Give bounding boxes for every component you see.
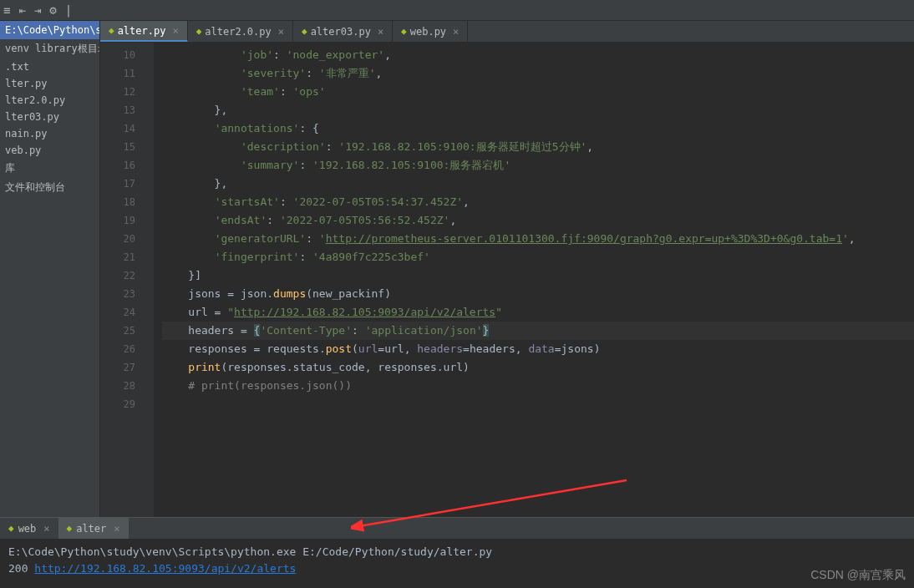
- run-output[interactable]: E:\Code\Python\study\venv\Scripts\python…: [0, 539, 914, 582]
- code-editor[interactable]: 1011121314151617181920212223242526272829…: [100, 43, 914, 517]
- main-toolbar: ≡ ⇤ ⇥ ⚙ |: [0, 0, 914, 21]
- python-icon: ◆: [401, 26, 407, 37]
- close-icon[interactable]: ×: [278, 26, 284, 38]
- sidebar-item-5[interactable]: nain.py: [0, 125, 99, 142]
- indent-icon[interactable]: ⇥: [34, 3, 41, 17]
- output-command: E:\Code\Python\study\venv\Scripts\python…: [8, 544, 906, 560]
- python-icon: ◆: [302, 26, 307, 37]
- code-line-20[interactable]: 'generatorURL': 'http://prometheus-serve…: [162, 230, 914, 248]
- output-url[interactable]: http://192.168.82.105:9093/api/v2/alerts: [34, 562, 296, 575]
- code-line-13[interactable]: },: [162, 101, 914, 119]
- gear-icon[interactable]: ⚙: [49, 3, 56, 17]
- code-line-12[interactable]: 'team': 'ops': [162, 83, 914, 101]
- outdent-icon[interactable]: ⇤: [18, 3, 25, 17]
- code-line-18[interactable]: 'startsAt': '2022-07-05T05:54:37.452Z',: [162, 193, 914, 211]
- code-line-23[interactable]: jsons = json.dumps(new_packinf): [162, 285, 914, 303]
- code-line-24[interactable]: url = "http://192.168.82.105:9093/api/v2…: [162, 303, 914, 322]
- code-body[interactable]: 'job': 'node_exporter', 'severity': '非常严…: [154, 43, 914, 517]
- project-sidebar: E:\Code\Python\s venv library根目录.txtlter…: [0, 21, 100, 517]
- sidebar-item-1[interactable]: .txt: [0, 58, 99, 75]
- run-panel: ◆web×◆alter× E:\Code\Python\study\venv\S…: [0, 517, 914, 588]
- sidebar-item-6[interactable]: veb.py: [0, 142, 99, 159]
- code-line-29[interactable]: [162, 395, 914, 413]
- code-line-16[interactable]: 'summary': '192.168.82.105:9100:服务器宕机': [162, 156, 914, 175]
- close-icon[interactable]: ×: [378, 26, 383, 38]
- divider-icon: |: [65, 3, 72, 17]
- fold-column[interactable]: [142, 43, 154, 517]
- run-tab-web[interactable]: ◆web×: [0, 518, 58, 539]
- editor-tabs: ◆alter.py×◆alter2.0.py×◆alter03.py×◆web.…: [100, 21, 914, 43]
- code-line-19[interactable]: 'endsAt': '2022-07-05T05:56:52.452Z',: [162, 211, 914, 230]
- close-icon[interactable]: ×: [453, 26, 459, 38]
- code-line-26[interactable]: responses = requests.post(url=url, heade…: [162, 340, 914, 358]
- tab-web-py[interactable]: ◆web.py×: [393, 21, 468, 42]
- line-gutter: 1011121314151617181920212223242526272829: [100, 43, 142, 517]
- output-status: 200: [8, 562, 28, 575]
- code-line-17[interactable]: },: [162, 175, 914, 193]
- code-line-11[interactable]: 'severity': '非常严重',: [162, 64, 914, 83]
- code-line-21[interactable]: 'fingerprint': '4a890f7c225c3bef': [162, 248, 914, 266]
- code-line-25[interactable]: headers = {'Content-Type': 'application/…: [162, 322, 914, 340]
- run-tabs: ◆web×◆alter×: [0, 518, 914, 539]
- code-line-22[interactable]: }]: [162, 266, 914, 285]
- python-icon: ◆: [8, 523, 14, 534]
- sidebar-item-0[interactable]: venv library根目录: [0, 39, 99, 58]
- close-icon[interactable]: ×: [114, 523, 119, 535]
- sidebar-item-3[interactable]: lter2.0.py: [0, 92, 99, 109]
- sidebar-item-8[interactable]: 文件和控制台: [0, 178, 99, 197]
- sidebar-item-7[interactable]: 库: [0, 159, 99, 178]
- close-icon[interactable]: ×: [43, 523, 49, 535]
- watermark: CSDN @南宫乘风: [810, 568, 906, 583]
- tab-alter2-0-py[interactable]: ◆alter2.0.py×: [188, 21, 293, 42]
- sidebar-item-2[interactable]: lter.py: [0, 75, 99, 92]
- code-line-28[interactable]: # print(responses.json()): [162, 377, 914, 395]
- sidebar-item-4[interactable]: lter03.py: [0, 109, 99, 125]
- python-icon: ◆: [109, 25, 114, 36]
- code-line-10[interactable]: 'job': 'node_exporter',: [162, 46, 914, 64]
- code-line-27[interactable]: print(responses.status_code, responses.u…: [162, 358, 914, 377]
- sidebar-path[interactable]: E:\Code\Python\s: [0, 21, 99, 39]
- python-icon: ◆: [196, 26, 202, 37]
- close-icon[interactable]: ×: [172, 25, 178, 37]
- code-line-15[interactable]: 'description': '192.168.82.105:9100:服务器延…: [162, 138, 914, 156]
- code-line-14[interactable]: 'annotations': {: [162, 119, 914, 138]
- python-icon: ◆: [67, 523, 73, 534]
- tab-alter-py[interactable]: ◆alter.py×: [100, 21, 188, 42]
- tab-alter03-py[interactable]: ◆alter03.py×: [293, 21, 393, 42]
- run-tab-alter[interactable]: ◆alter×: [58, 518, 129, 539]
- menu-icon[interactable]: ≡: [3, 3, 10, 17]
